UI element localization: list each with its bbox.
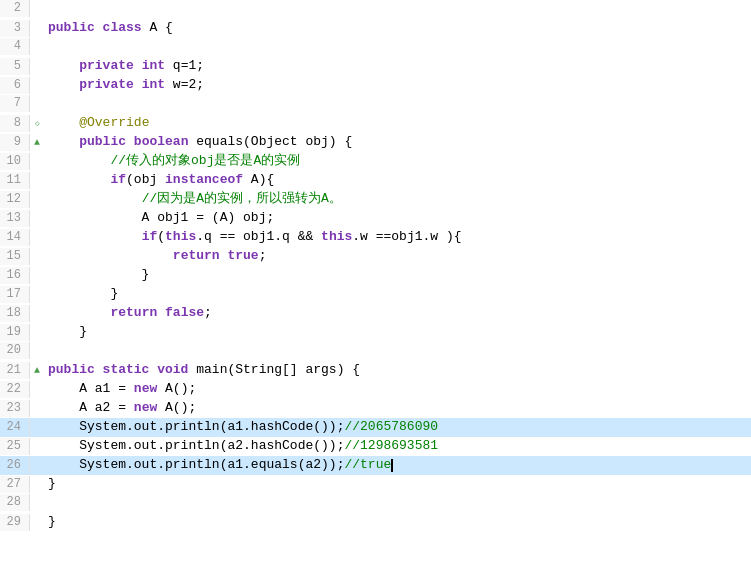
line-num-26: 26 — [0, 457, 30, 474]
line-content-19: } — [44, 323, 751, 342]
code-line-7: 7 — [0, 95, 751, 114]
code-line-5: 5 private int q=1; — [0, 57, 751, 76]
line-content-8: @Override — [44, 114, 751, 133]
line-content-18: return false; — [44, 304, 751, 323]
line-num-2: 2 — [0, 0, 30, 17]
line-num-13: 13 — [0, 210, 30, 227]
code-line-15: 15 return true; — [0, 247, 751, 266]
line-content-9: public boolean equals(Object obj) { — [44, 133, 751, 152]
code-line-11: 11 if(obj instanceof A){ — [0, 171, 751, 190]
line-num-3: 3 — [0, 20, 30, 37]
code-line-18: 18 return false; — [0, 304, 751, 323]
code-line-16: 16 } — [0, 266, 751, 285]
line-num-24: 24 — [0, 419, 30, 436]
line-content-25: System.out.println(a2.hashCode());//1298… — [44, 437, 751, 456]
code-line-17: 17 } — [0, 285, 751, 304]
line-num-28: 28 — [0, 494, 30, 511]
code-line-29: 29 } — [0, 513, 751, 532]
line-num-15: 15 — [0, 248, 30, 265]
line-content-11: if(obj instanceof A){ — [44, 171, 751, 190]
line-content-6: private int w=2; — [44, 76, 751, 95]
line-content-21: public static void main(String[] args) { — [44, 361, 751, 380]
line-num-18: 18 — [0, 305, 30, 322]
code-line-2: 2 — [0, 0, 751, 19]
line-content-15: return true; — [44, 247, 751, 266]
line-content-17: } — [44, 285, 751, 304]
code-line-9: 9 ▲ public boolean equals(Object obj) { — [0, 133, 751, 152]
code-line-28: 28 — [0, 494, 751, 513]
line-num-17: 17 — [0, 286, 30, 303]
line-num-12: 12 — [0, 191, 30, 208]
line-content-13: A obj1 = (A) obj; — [44, 209, 751, 228]
line-num-29: 29 — [0, 514, 30, 531]
line-num-23: 23 — [0, 400, 30, 417]
line-num-9: 9 — [0, 134, 30, 151]
line-num-8: 8 — [0, 115, 30, 132]
code-line-10: 10 //传入的对象obj是否是A的实例 — [0, 152, 751, 171]
code-line-14: 14 if(this.q == obj1.q && this.w ==obj1.… — [0, 228, 751, 247]
line-content-5: private int q=1; — [44, 57, 751, 76]
line-num-22: 22 — [0, 381, 30, 398]
line-content-22: A a1 = new A(); — [44, 380, 751, 399]
code-line-23: 23 A a2 = new A(); — [0, 399, 751, 418]
line-num-4: 4 — [0, 38, 30, 55]
code-line-26: 26 System.out.println(a1.equals(a2));//t… — [0, 456, 751, 475]
code-line-4: 4 — [0, 38, 751, 57]
code-line-22: 22 A a1 = new A(); — [0, 380, 751, 399]
code-editor[interactable]: 2 3 public class A { 4 5 private int q=1… — [0, 0, 751, 578]
line-content-3: public class A { — [44, 19, 751, 38]
line-content-26: System.out.println(a1.equals(a2));//true — [44, 456, 751, 475]
line-content-24: System.out.println(a1.hashCode());//2065… — [44, 418, 751, 437]
line-num-19: 19 — [0, 324, 30, 341]
line-num-20: 20 — [0, 342, 30, 359]
line-num-6: 6 — [0, 77, 30, 94]
line-num-16: 16 — [0, 267, 30, 284]
code-line-20: 20 — [0, 342, 751, 361]
line-content-10: //传入的对象obj是否是A的实例 — [44, 152, 751, 171]
line-gutter-8: ⬦ — [30, 116, 44, 132]
line-num-27: 27 — [0, 476, 30, 493]
line-content-29: } — [44, 513, 751, 532]
code-line-27: 27 } — [0, 475, 751, 494]
code-line-25: 25 System.out.println(a2.hashCode());//1… — [0, 437, 751, 456]
line-num-10: 10 — [0, 153, 30, 170]
line-num-11: 11 — [0, 172, 30, 189]
code-line-21: 21 ▲ public static void main(String[] ar… — [0, 361, 751, 380]
code-line-3: 3 public class A { — [0, 19, 751, 38]
line-content-14: if(this.q == obj1.q && this.w ==obj1.w )… — [44, 228, 751, 247]
code-line-12: 12 //因为是A的实例，所以强转为A。 — [0, 190, 751, 209]
text-cursor — [391, 459, 393, 472]
code-line-19: 19 } — [0, 323, 751, 342]
line-content-27: } — [44, 475, 751, 494]
code-line-8: 8 ⬦ @Override — [0, 114, 751, 133]
line-num-5: 5 — [0, 58, 30, 75]
line-num-25: 25 — [0, 438, 30, 455]
code-line-13: 13 A obj1 = (A) obj; — [0, 209, 751, 228]
line-gutter-9: ▲ — [30, 136, 44, 151]
line-content-12: //因为是A的实例，所以强转为A。 — [44, 190, 751, 209]
line-num-14: 14 — [0, 229, 30, 246]
code-line-6: 6 private int w=2; — [0, 76, 751, 95]
code-line-24: 24 System.out.println(a1.hashCode());//2… — [0, 418, 751, 437]
line-content-16: } — [44, 266, 751, 285]
line-gutter-21: ▲ — [30, 364, 44, 379]
line-num-21: 21 — [0, 362, 30, 379]
line-num-7: 7 — [0, 95, 30, 112]
line-content-23: A a2 = new A(); — [44, 399, 751, 418]
